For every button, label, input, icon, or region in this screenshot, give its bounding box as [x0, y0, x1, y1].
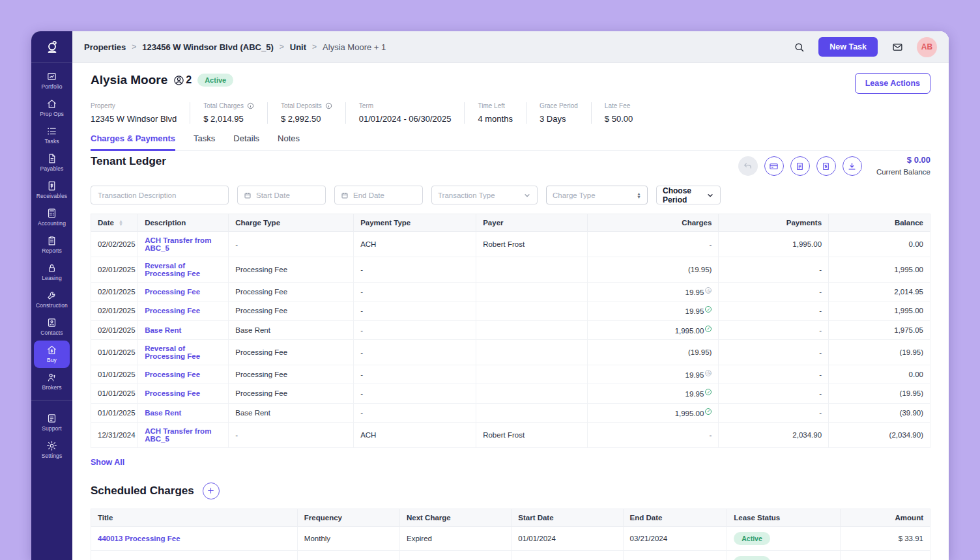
description-link[interactable]: Base Rent [138, 403, 229, 422]
end-date-input[interactable]: End Date [334, 186, 423, 204]
sidebar-item-receivables[interactable]: Receivables [34, 176, 70, 204]
ledger-balance-cell: (39.90) [829, 403, 930, 422]
sidebar-item-portfolio[interactable]: Portfolio [34, 67, 70, 94]
add-scheduled-charge-button[interactable] [203, 483, 220, 499]
stat-value: $ 2,014.95 [203, 114, 254, 124]
ledger-row: 02/01/2025Processing FeeProcessing Fee-1… [91, 301, 930, 320]
sidebar-item-payables[interactable]: Payables [34, 149, 70, 176]
scheduled-lease-status-cell: Active [727, 526, 841, 550]
scheduled-title-link[interactable]: 440013 Processing Fee [91, 526, 298, 550]
construction-icon [46, 290, 57, 301]
stepper-arrows-icon: ▲▼ [637, 192, 641, 199]
support-icon [46, 413, 57, 424]
card-payment-icon[interactable] [764, 156, 784, 176]
breadcrumb-item[interactable]: 123456 W Windsor Blvd (ABC_5) [142, 42, 273, 52]
tab-charges-payments[interactable]: Charges & Payments [91, 133, 175, 151]
receipt-icon[interactable] [790, 156, 810, 176]
ledger-charges-cell: 19.95✓ [588, 384, 719, 403]
sidebar-item-prop-ops[interactable]: Prop Ops [34, 94, 70, 122]
sidebar-footer-nav: SupportSettings [31, 405, 72, 464]
ledger-payer-cell [476, 365, 588, 384]
sidebar-item-buy[interactable]: Buy [34, 341, 70, 368]
undo-icon [738, 156, 758, 176]
description-link[interactable]: Base Rent [138, 320, 229, 339]
description-link[interactable]: Reversal of Processing Fee [138, 339, 229, 365]
sidebar-item-label: Leasing [42, 275, 61, 281]
tenant-ledger-table: Date▲▼DescriptionCharge TypePayment Type… [91, 214, 930, 448]
sidebar-item-label: Portfolio [41, 83, 62, 90]
sidebar-item-support[interactable]: Support [34, 409, 70, 436]
tab-notes[interactable]: Notes [278, 133, 300, 150]
sidebar-item-accounting[interactable]: Accounting [34, 204, 70, 231]
sidebar-item-leasing[interactable]: Leasing [34, 259, 70, 286]
ledger-balance-cell: (19.95) [829, 384, 930, 403]
ledger-date-cell: 01/01/2025 [91, 339, 138, 365]
show-all-link[interactable]: Show All [91, 458, 124, 467]
scheduled-amount-cell: $ 33.91 [841, 526, 930, 550]
payables-icon [46, 153, 57, 164]
avatar[interactable]: AB [917, 37, 937, 57]
ledger-charge-type-cell: Base Rent [229, 320, 354, 339]
scheduled-lease-status-cell: Active [727, 550, 841, 560]
tab-details[interactable]: Details [233, 133, 259, 150]
sidebar-item-contacts[interactable]: Contacts [34, 313, 70, 341]
breadcrumb-item[interactable]: Properties [84, 42, 126, 52]
stat-label: Term [359, 102, 373, 109]
new-task-button[interactable]: New Task [818, 37, 878, 57]
stat-total-charges: Total Charges$ 2,014.95 [190, 102, 267, 124]
ledger-row: 02/01/2025Processing FeeProcessing Fee-1… [91, 283, 930, 301]
info-icon[interactable] [247, 102, 254, 109]
description-link[interactable]: Reversal of Processing Fee [138, 257, 229, 283]
scheduled-title-link[interactable]: 410003 Base Rent [91, 550, 298, 560]
ledger-row: 01/01/2025Reversal of Processing FeeProc… [91, 339, 930, 365]
sidebar-item-settings[interactable]: Settings [34, 436, 70, 464]
ledger-payer-cell: Robert Frost [476, 422, 588, 447]
invoice-icon[interactable] [816, 156, 836, 176]
description-link[interactable]: Processing Fee [138, 384, 229, 403]
ledger-col-date[interactable]: Date▲▼ [91, 214, 138, 232]
ledger-col-balance: Balance [829, 214, 930, 232]
sidebar-item-reports[interactable]: Reports [34, 231, 70, 259]
sidebar: PortfolioProp OpsTasksPayablesReceivable… [31, 31, 72, 560]
start-date-input[interactable]: Start Date [237, 186, 326, 204]
sidebar-item-tasks[interactable]: Tasks [34, 122, 70, 149]
ledger-charges-cell: - [588, 422, 719, 447]
sidebar-divider [31, 400, 72, 400]
description-link[interactable]: Processing Fee [138, 283, 229, 301]
lease-status-badge: Active [734, 556, 770, 560]
transaction-type-select[interactable]: Transaction Type [431, 186, 538, 204]
lease-status-badge: Active [734, 532, 770, 545]
sidebar-item-label: Brokers [42, 384, 62, 391]
lease-actions-button[interactable]: Lease Actions [855, 73, 930, 94]
clock-icon: ◷ [705, 287, 712, 294]
ledger-row: 12/31/2024ACH Transfer from ABC_5-ACHRob… [91, 422, 930, 447]
search-icon[interactable] [788, 36, 809, 57]
description-link[interactable]: Processing Fee [138, 301, 229, 320]
occupants-indicator[interactable]: 2 [173, 74, 192, 86]
sidebar-nav: PortfolioProp OpsTasksPayablesReceivable… [31, 63, 72, 395]
description-link[interactable]: ACH Transfer from ABC_5 [138, 232, 229, 257]
ledger-payments-cell: - [719, 384, 829, 403]
download-icon[interactable] [843, 156, 862, 176]
ledger-balance-cell: (2,034.90) [829, 422, 930, 447]
info-icon[interactable] [325, 102, 332, 109]
ledger-row: 01/01/2025Processing FeeProcessing Fee-1… [91, 384, 930, 403]
leasing-icon [46, 262, 57, 273]
sort-icon[interactable]: ▲▼ [119, 220, 123, 226]
breadcrumb-separator: > [280, 42, 284, 51]
tab-tasks[interactable]: Tasks [194, 133, 215, 150]
transaction-description-input[interactable] [91, 186, 229, 204]
brand-logo[interactable] [31, 31, 72, 63]
mail-icon[interactable] [887, 36, 908, 57]
sidebar-item-brokers[interactable]: Brokers [34, 368, 70, 395]
ledger-charge-type-cell: Processing Fee [229, 384, 354, 403]
sidebar-item-construction[interactable]: Construction [34, 286, 70, 313]
breadcrumb-item[interactable]: Alysia Moore + 1 [323, 42, 386, 52]
description-link[interactable]: Processing Fee [138, 365, 229, 384]
charge-type-select[interactable]: Charge Type ▲▼ [546, 186, 648, 204]
choose-period-select[interactable]: Choose Period [656, 186, 721, 204]
breadcrumb-item[interactable]: Unit [290, 42, 306, 52]
description-link[interactable]: ACH Transfer from ABC_5 [138, 422, 229, 447]
ledger-row: 02/01/2025Reversal of Processing FeeProc… [91, 257, 930, 283]
receivables-icon [46, 180, 57, 191]
